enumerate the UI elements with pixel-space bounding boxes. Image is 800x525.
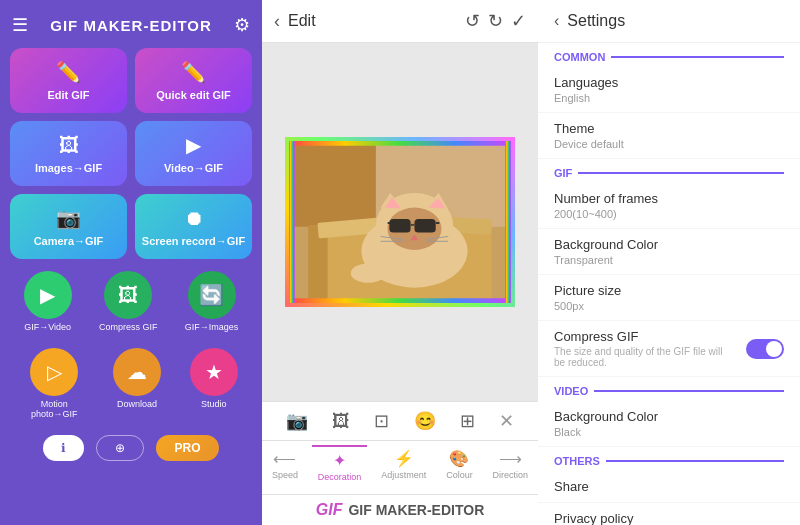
tab-decoration[interactable]: ✦ Decoration <box>312 445 368 486</box>
middle-panel: ‹ Edit ↺ ↻ ✓ <box>262 0 538 525</box>
svg-rect-28 <box>505 140 511 304</box>
text-toolbar-icon[interactable]: ⊞ <box>460 410 475 432</box>
left-panel: ☰ GIF MAKER-EDITOR ⚙ ✏️ Edit GIF ✏️ Quic… <box>0 0 262 525</box>
gif-images-item[interactable]: 🔄 GIF→Images <box>185 271 239 332</box>
share-item[interactable]: Share <box>538 471 800 503</box>
pro-button[interactable]: PRO <box>156 435 218 461</box>
camera-gif-button[interactable]: 📷 Camera→GIF <box>10 194 127 259</box>
gif-video-item[interactable]: ▶ GIF→Video <box>24 271 72 332</box>
section-video-title: VIDEO <box>538 377 800 401</box>
edit-gif-button[interactable]: ✏️ Edit GIF <box>10 48 127 113</box>
colour-tab-label: Colour <box>446 470 473 480</box>
video-gif-label: Video→GIF <box>164 162 223 174</box>
direction-tab-label: Direction <box>493 470 529 480</box>
edit-gif-label: Edit GIF <box>47 89 89 101</box>
right-header: ‹ Settings <box>538 0 800 43</box>
compress-gif-label: Compress GIF <box>99 322 158 332</box>
emoji-toolbar-icon[interactable]: 😊 <box>414 410 436 432</box>
redo-icon[interactable]: ↻ <box>488 10 503 32</box>
confirm-icon[interactable]: ✓ <box>511 10 526 32</box>
app-title: GIF MAKER-EDITOR <box>50 17 212 34</box>
info-button[interactable]: ℹ <box>43 435 84 461</box>
section-others-title: OTHERS <box>538 447 800 471</box>
images-gif-icon: 🖼 <box>59 134 79 157</box>
quick-edit-label: Quick edit GIF <box>156 89 231 101</box>
round-icons-row-2: ▷ Motion photo→GIF ☁ Download ★ Studio <box>10 344 252 423</box>
section-gif-title: GIF <box>538 159 800 183</box>
tab-direction[interactable]: ⟶ Direction <box>487 445 535 486</box>
studio-circle: ★ <box>190 348 238 396</box>
num-frames-item[interactable]: Number of frames 200(10~400) <box>538 183 800 229</box>
screen-record-button[interactable]: ⏺ Screen record→GIF <box>135 194 252 259</box>
right-panel: ‹ Settings COMMON Languages English Them… <box>538 0 800 525</box>
mid-back-icon[interactable]: ‹ <box>274 11 280 32</box>
left-header: ☰ GIF MAKER-EDITOR ⚙ <box>10 10 252 40</box>
languages-item[interactable]: Languages English <box>538 67 800 113</box>
adjustment-tab-label: Adjustment <box>381 470 426 480</box>
undo-icon[interactable]: ↺ <box>465 10 480 32</box>
gif-canvas <box>262 43 538 401</box>
tab-colour[interactable]: 🎨 Colour <box>440 445 479 486</box>
toolbar-icons: 📷 🖼 ⊡ 😊 ⊞ ✕ <box>262 401 538 440</box>
direction-tab-icon: ⟶ <box>499 449 522 468</box>
gear-icon[interactable]: ⚙ <box>234 14 250 36</box>
edit-gif-icon: ✏️ <box>56 60 81 84</box>
svg-point-24 <box>351 264 386 283</box>
gif-images-label: GIF→Images <box>185 322 239 332</box>
bg-color-item[interactable]: Background Color Transparent <box>538 229 800 275</box>
motion-photo-item[interactable]: ▷ Motion photo→GIF <box>24 348 84 419</box>
bg-color-label: Background Color <box>554 237 784 252</box>
camera-gif-icon: 📷 <box>56 206 81 230</box>
compress-gif-item[interactable]: Compress GIF The size and quality of the… <box>538 321 800 377</box>
num-frames-value: 200(10~400) <box>554 208 784 220</box>
camera-gif-label: Camera→GIF <box>34 235 104 247</box>
settings-back-icon[interactable]: ‹ <box>554 12 559 30</box>
menu-icon[interactable]: ☰ <box>12 14 28 36</box>
download-item[interactable]: ☁ Download <box>113 348 161 419</box>
picture-size-value: 500px <box>554 300 784 312</box>
share-bottom-button[interactable]: ⊕ <box>96 435 144 461</box>
theme-item[interactable]: Theme Device default <box>538 113 800 159</box>
video-bg-color-item[interactable]: Background Color Black <box>538 401 800 447</box>
footer-brand: GIF MAKER-EDITOR <box>348 502 484 518</box>
speed-tab-icon: ⟵ <box>273 449 296 468</box>
frame-toolbar-icon[interactable]: ⊡ <box>374 410 389 432</box>
video-gif-button[interactable]: ▶ Video→GIF <box>135 121 252 186</box>
left-bottom-bar: ℹ ⊕ PRO <box>10 431 252 465</box>
tab-speed[interactable]: ⟵ Speed <box>266 445 304 486</box>
privacy-policy-label: Privacy policy <box>554 511 784 525</box>
theme-label: Theme <box>554 121 784 136</box>
privacy-policy-item[interactable]: Privacy policy <box>538 503 800 525</box>
gif-video-circle: ▶ <box>24 271 72 319</box>
svg-rect-2 <box>289 140 376 227</box>
settings-title: Settings <box>567 12 625 30</box>
theme-value: Device default <box>554 138 784 150</box>
camera-toolbar-icon[interactable]: 📷 <box>286 410 308 432</box>
section-common-title: COMMON <box>538 43 800 67</box>
picture-size-item[interactable]: Picture size 500px <box>538 275 800 321</box>
svg-rect-18 <box>436 222 440 224</box>
gif-video-label: GIF→Video <box>24 322 71 332</box>
compress-gif-toggle[interactable] <box>746 339 784 359</box>
tab-adjustment[interactable]: ⚡ Adjustment <box>375 445 432 486</box>
quick-edit-gif-button[interactable]: ✏️ Quick edit GIF <box>135 48 252 113</box>
compress-gif-item[interactable]: 🖼 Compress GIF <box>99 271 158 332</box>
decoration-tab-label: Decoration <box>318 472 362 482</box>
languages-label: Languages <box>554 75 784 90</box>
compress-gif-text-block: Compress GIF The size and quality of the… <box>554 329 734 368</box>
images-gif-button[interactable]: 🖼 Images→GIF <box>10 121 127 186</box>
decoration-tab-icon: ✦ <box>333 451 346 470</box>
compress-gif-circle: 🖼 <box>104 271 152 319</box>
mid-footer: GIF GIF MAKER-EDITOR <box>262 494 538 525</box>
screen-record-icon: ⏺ <box>184 207 204 230</box>
close-toolbar-icon[interactable]: ✕ <box>499 410 514 432</box>
bg-color-value: Transparent <box>554 254 784 266</box>
adjustment-tab-icon: ⚡ <box>394 449 414 468</box>
cat-gif-svg <box>289 137 511 307</box>
download-label: Download <box>117 399 157 409</box>
studio-label: Studio <box>201 399 227 409</box>
svg-rect-15 <box>414 219 435 233</box>
images-gif-label: Images→GIF <box>35 162 102 174</box>
studio-item[interactable]: ★ Studio <box>190 348 238 419</box>
image-toolbar-icon[interactable]: 🖼 <box>332 411 350 432</box>
